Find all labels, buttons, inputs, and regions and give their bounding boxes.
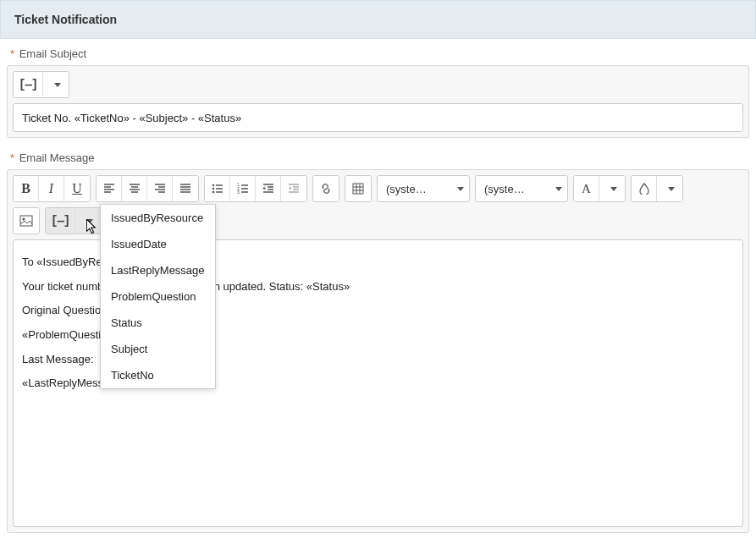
page-header: Ticket Notification bbox=[0, 0, 756, 39]
underline-button[interactable]: U bbox=[64, 176, 90, 201]
font-family-select[interactable]: (syste… bbox=[377, 175, 470, 202]
merge-field-option[interactable]: Status bbox=[101, 310, 215, 336]
ordered-list-icon: 123 bbox=[237, 183, 249, 195]
required-marker: * bbox=[10, 47, 14, 60]
font-family-value: (syste… bbox=[386, 183, 433, 195]
unordered-list-icon bbox=[212, 183, 223, 195]
bold-icon: B bbox=[21, 181, 30, 196]
underline-icon: U bbox=[72, 181, 82, 196]
svg-point-8 bbox=[23, 218, 25, 221]
chevron-down-icon bbox=[555, 187, 562, 191]
merge-field-button[interactable]: [—] bbox=[14, 72, 43, 97]
indent-button[interactable] bbox=[281, 176, 306, 201]
ordered-list-button[interactable]: 123 bbox=[230, 176, 256, 201]
svg-point-2 bbox=[212, 191, 214, 194]
merge-field-option[interactable]: IssuedByResource bbox=[101, 205, 215, 231]
email-subject-label: Email Subject bbox=[19, 47, 86, 60]
merge-field-option[interactable]: ProblemQuestion bbox=[101, 283, 215, 310]
link-icon bbox=[319, 183, 333, 195]
email-subject-panel: [—] Ticket No. «TicketNo» - «Subject» - … bbox=[7, 65, 749, 138]
table-button[interactable] bbox=[345, 176, 371, 201]
svg-point-0 bbox=[212, 184, 214, 187]
font-color-dropdown-toggle[interactable] bbox=[599, 176, 625, 201]
chevron-down-icon bbox=[457, 187, 464, 191]
insert-image-button[interactable] bbox=[14, 208, 39, 234]
align-justify-icon bbox=[179, 183, 191, 195]
align-right-icon bbox=[154, 183, 166, 195]
font-color-button[interactable]: A bbox=[574, 176, 599, 201]
merge-field-option[interactable]: LastReplyMessage bbox=[101, 257, 215, 283]
highlight-color-button[interactable] bbox=[632, 176, 657, 201]
font-color-icon: A bbox=[582, 182, 591, 196]
email-message-panel: B I U bbox=[7, 169, 749, 533]
unordered-list-button[interactable] bbox=[205, 176, 230, 201]
merge-field-icon: [—] bbox=[51, 214, 69, 228]
email-subject-section: * Email Subject [—] Ticket No. «TicketNo… bbox=[0, 39, 756, 143]
highlight-color-dropdown-toggle[interactable] bbox=[657, 176, 682, 201]
image-icon bbox=[19, 215, 33, 227]
merge-field-button[interactable]: [—] bbox=[46, 208, 75, 234]
email-message-section: * Email Message B I U bbox=[0, 143, 756, 538]
merge-field-button-group: [—] bbox=[13, 71, 69, 98]
merge-field-icon: [—] bbox=[19, 78, 37, 91]
chevron-down-icon bbox=[86, 219, 93, 223]
table-icon bbox=[352, 183, 364, 195]
email-message-label-row: * Email Message bbox=[7, 151, 749, 164]
bold-button[interactable]: B bbox=[14, 176, 39, 201]
svg-text:3: 3 bbox=[237, 190, 240, 195]
svg-rect-6 bbox=[353, 184, 363, 194]
align-right-button[interactable] bbox=[147, 176, 173, 201]
svg-rect-7 bbox=[20, 216, 32, 226]
subject-toolbar: [—] bbox=[13, 71, 743, 98]
font-size-select[interactable]: (syste… bbox=[475, 175, 568, 202]
merge-field-option[interactable]: IssuedDate bbox=[101, 231, 215, 257]
merge-field-dropdown: IssuedByResource IssuedDate LastReplyMes… bbox=[100, 204, 216, 389]
outdent-button[interactable] bbox=[256, 176, 281, 201]
chevron-down-icon bbox=[668, 187, 675, 191]
italic-icon: I bbox=[49, 181, 53, 196]
page-title: Ticket Notification bbox=[14, 13, 117, 26]
font-size-value: (syste… bbox=[484, 183, 531, 195]
email-subject-label-row: * Email Subject bbox=[7, 47, 749, 60]
indent-icon bbox=[288, 183, 300, 195]
required-marker: * bbox=[10, 151, 14, 164]
merge-field-dropdown-toggle[interactable] bbox=[43, 72, 69, 97]
link-button[interactable] bbox=[313, 176, 339, 201]
align-justify-button[interactable] bbox=[173, 176, 198, 201]
svg-point-1 bbox=[212, 188, 214, 190]
align-center-icon bbox=[129, 183, 141, 195]
merge-field-option[interactable]: Subject bbox=[101, 336, 215, 362]
merge-field-dropdown-toggle[interactable] bbox=[75, 208, 101, 234]
italic-button[interactable]: I bbox=[39, 176, 64, 201]
align-center-button[interactable] bbox=[122, 176, 147, 201]
chevron-down-icon bbox=[610, 187, 617, 191]
editor-toolbar-row-1: B I U bbox=[13, 175, 743, 202]
outdent-icon bbox=[262, 183, 274, 195]
align-left-icon bbox=[103, 183, 115, 195]
email-subject-value: Ticket No. «TicketNo» - «Subject» - «Sta… bbox=[22, 112, 241, 124]
drop-icon bbox=[639, 183, 649, 195]
merge-field-option[interactable]: TicketNo bbox=[101, 362, 215, 388]
email-subject-input[interactable]: Ticket No. «TicketNo» - «Subject» - «Sta… bbox=[13, 103, 743, 132]
email-message-label: Email Message bbox=[19, 151, 95, 164]
chevron-down-icon bbox=[54, 83, 61, 87]
align-left-button[interactable] bbox=[97, 176, 122, 201]
